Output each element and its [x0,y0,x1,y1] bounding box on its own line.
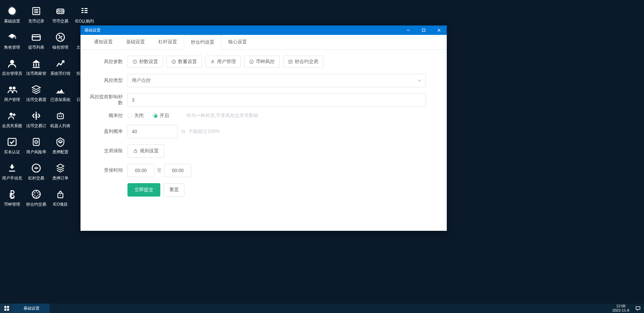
tab-3[interactable]: 秒合约设置 [184,35,221,50]
user-risk-icon: S [31,137,42,147]
taskbar-clock[interactable]: 12:08 2022-11-8 [610,304,632,313]
svg-rect-5 [8,138,16,145]
desktop-icon-settings[interactable]: 基础设置 [0,2,24,28]
robot-list-icon [55,110,66,121]
desktop-icon-manual-charge[interactable]: 用户手动充 [0,159,24,185]
radio-dot [153,113,158,118]
prob-radio-group: 关闭 开启 作为一种补充,不受风控总开关影响 [127,113,258,119]
svg-point-3 [13,87,16,90]
sub-tab-1[interactable]: 数量设置 [166,56,202,68]
time-to-input[interactable] [164,164,191,177]
svg-rect-8 [32,36,40,37]
insurance-label: 交易保险 [87,148,127,154]
close-button[interactable] [431,25,447,35]
desktop-icon-label: 币种管理 [4,202,20,207]
desktop-icon-spot-trade[interactable]: 币币交易 [48,2,72,28]
tab-1[interactable]: 基础设置 [119,35,152,49]
window-title: 基础设置 [85,28,101,33]
desktop-icon-label: 法币交易需 [26,97,46,103]
relation-icon [7,110,17,121]
taskbar-item-active[interactable]: 基础设置 [13,304,50,313]
windows-icon [4,306,9,311]
desktop-icon-user-risk[interactable]: S用户风险率 [24,133,48,158]
svg-text:$: $ [251,61,252,63]
profit-rate-label: 盈利概率 [87,128,127,135]
desktop-icon-label: 质押配置 [52,149,68,155]
taskbar: 基础设置 12:08 2022-11-8 [0,304,644,313]
svg-point-2 [9,87,12,90]
desktop-icon-users[interactable]: 用户管理 [0,81,24,106]
desktop-icon-robot-list[interactable]: 机器人列表 [48,107,72,132]
time-separator: 至 [157,167,162,173]
svg-rect-35 [7,306,9,308]
tab-2[interactable]: 杠杆设置 [152,35,184,49]
desktop-icon-ieo-sub[interactable]: IEO认购列 [72,2,97,28]
radio-open[interactable]: 开启 [153,113,169,119]
desktop-icon-coin-mgmt[interactable]: 币种管理 [0,185,24,211]
rule-button-label: 规则设置 [140,148,159,154]
desktop-icon-pledge-cfg[interactable]: 质押配置 [48,133,72,158]
desktop-icon-deposit-log[interactable]: 充币记录 [24,2,48,28]
desktop-icon-pledge-order[interactable]: 质押订单 [48,159,72,185]
pledge-cfg-icon [55,137,66,147]
title-bar[interactable]: 基础设置 [80,25,447,35]
role-icon [7,32,17,43]
taskbar-chat[interactable] [632,306,644,311]
svg-point-4 [10,113,13,116]
sec-contract-icon [31,189,42,200]
desktop-icon-verify[interactable]: 实名认证 [0,133,24,158]
desktop-icon-role[interactable]: 角色管理 [0,28,24,54]
risk-type-select[interactable]: 用户点控 [127,74,426,87]
reset-button[interactable]: 重置 [164,183,184,197]
desktop-icon-wallet-mgmt[interactable]: 钱包管理 [48,28,72,54]
risk-type-value: 用户点控 [132,77,151,84]
sub-tab-icon [288,59,293,64]
pledge-order-icon [55,163,66,173]
desktop-icon-sys-market[interactable]: 系统币行情 [48,54,72,80]
sys-market-icon [55,58,66,69]
svg-point-17 [61,10,63,12]
svg-rect-19 [57,114,63,119]
svg-rect-37 [7,309,9,311]
desktop-icon-ieo-project[interactable]: IEO项目 [48,185,72,211]
submit-button[interactable]: 立即提交 [127,183,160,197]
desktop-icon-label: 钱包管理 [52,45,68,50]
desktop-icon-admin[interactable]: 后台管理员 [0,54,24,80]
tab-0[interactable]: 通知设置 [87,35,119,49]
maximize-button[interactable] [416,25,431,35]
desktop-icon-fiat-order[interactable]: $法币交易订 [24,107,48,132]
radio-close[interactable]: 关闭 [127,113,144,119]
desktop-icon-label: 用户手动充 [2,175,22,181]
desktop-icon-added-sys[interactable]: 已添加系统 [48,81,72,106]
taskbar-date: 2022-11-8 [612,308,629,313]
desktop-icon-fiat-merchant[interactable]: 法币商家管 [24,54,48,80]
start-button[interactable] [0,304,13,313]
desktop-icon-relation[interactable]: 会员关系图 [0,107,24,132]
presec-input[interactable] [127,93,426,107]
sub-tab-4[interactable]: 秒合约交易 [283,56,323,68]
sub-tab-2[interactable]: 用户管理 [205,56,241,68]
lock-icon [133,149,138,153]
sub-tab-icon [132,59,137,64]
taskbar-time: 12:08 [612,304,629,308]
sub-tab-label: 数量设置 [178,59,197,65]
sub-tab-0[interactable]: 秒数设置 [127,56,163,68]
minimize-button[interactable] [400,25,416,35]
profit-rate-input[interactable] [127,125,178,138]
desktop-icon-withdraw-list[interactable]: 提币列表 [24,28,48,54]
desktop-icon-lever-trade[interactable]: 杠杆交易 [24,159,48,185]
rule-settings-button[interactable]: 规则设置 [127,144,164,158]
prob-hint: 作为一种补充,不受风控总开关影响 [186,113,258,119]
tab-4[interactable]: 核心设置 [221,35,254,49]
prob-ctrl-label: 概率控 [87,113,127,119]
svg-rect-26 [422,29,425,32]
insured-time-label: 受保时间 [87,167,127,173]
time-from-input[interactable] [127,164,154,177]
admin-icon [7,58,17,69]
chat-icon [635,306,641,311]
desktop-icon-fiat-demand[interactable]: 法币交易需 [24,81,48,106]
svg-rect-33 [134,151,137,153]
sub-tab-3[interactable]: $币种风控 [244,56,280,68]
window-controls [400,25,447,35]
desktop-icon-sec-contract[interactable]: 秒合约交易 [24,185,48,211]
